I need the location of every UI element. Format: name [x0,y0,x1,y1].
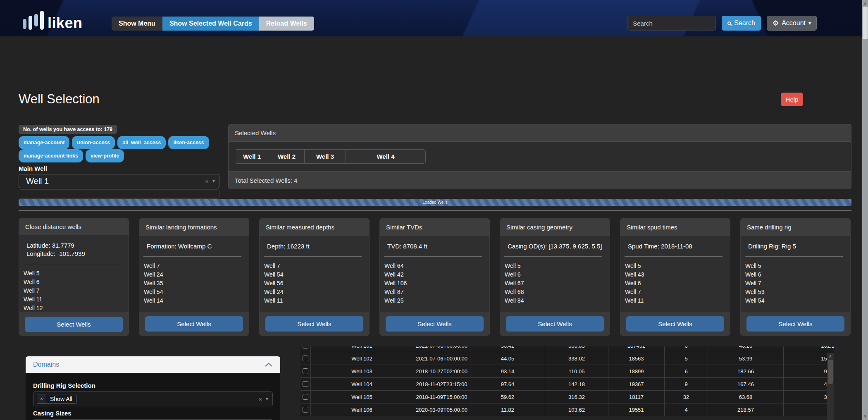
table-scrollbar-thumb[interactable] [828,360,833,384]
main-well-extra-box [19,189,219,199]
domains-panel: Domains Drilling Rig Selection × Show Al… [26,356,280,420]
main-well-select[interactable]: Well 1 × ▾ [19,174,219,188]
wells-table-rows: Well 101 2021-07-06T00:00:00 56.42 366.8… [300,346,834,416]
cell-well-name: Well 105 [310,391,413,403]
card-well-list: Well 64Well 42Well 106Well 87Well 25 [380,262,489,305]
search-button[interactable]: Search [722,16,761,31]
tag-remove-icon[interactable]: × [37,394,46,403]
select-wells-button[interactable]: Select Wells [746,316,844,332]
logo-bars-icon [23,8,44,30]
brand-logo[interactable]: liken [23,6,83,30]
drilling-rig-select[interactable]: × Show All × ▾ [33,391,273,406]
similarity-cards-row: Close distance wells Latitude: 31.7779Lo… [19,218,851,336]
select-wells-button[interactable]: Select Wells [25,317,123,332]
chevron-up-icon [265,363,273,367]
cell-value-6: 91.8 [783,403,834,416]
card-similar-spud-times: Similar spud times Spud Time: 2018-11-08… [620,218,730,336]
scroll-down-icon[interactable]: ∨ [862,413,868,419]
show-all-tag: × Show All [37,394,76,404]
section-divider [19,210,851,211]
card-info-line: Drilling Rig: Rig 5 [748,242,843,251]
card-well-list: Well 5Well 43Well 6Well 7Well 11 [620,262,730,305]
table-row: Well 103 2018-10-27T02:00:00 93.14 110.0… [300,365,834,378]
well-list-item: Well 7 [24,286,129,295]
wells-table: Well 101 2021-07-06T00:00:00 56.42 366.8… [300,346,834,420]
show-selected-well-cards-button[interactable]: Show Selected Well Cards [162,17,259,31]
reload-wells-button[interactable]: Reload Wells [259,17,314,31]
card-divider [625,256,723,257]
well-list-item: Well 53 [745,288,850,296]
select-wells-button[interactable]: Select Wells [145,316,243,332]
scroll-up-icon[interactable]: ∧ [862,0,868,6]
card-similar-landing-formations: Similar landing formations Formation: Wo… [139,218,249,336]
card-well-list: Well 7Well 24Well 35Well 54Well 14 [139,262,249,305]
select-wells-button[interactable]: Select Wells [386,316,484,332]
clear-icon[interactable]: × [205,178,209,185]
row-checkbox[interactable] [303,407,308,413]
navbar: liken Show Menu Show Selected Well Cards… [0,0,868,36]
row-checkbox[interactable] [303,394,308,400]
select-wells-button[interactable]: Select Wells [265,316,363,332]
well-list-item: Well 5 [745,262,850,270]
chevron-down-icon[interactable]: ▾ [266,396,268,402]
cell-value-5: 46.26 [708,346,783,352]
cell-value-2: 103.62 [545,403,608,416]
card-info: Latitude: 31.7779Longitude: -101.7939 [19,241,129,258]
page-scrollbar-thumb[interactable] [863,7,868,39]
cell-value-6: 96.25 [783,365,834,377]
search-input[interactable] [627,16,716,31]
selected-wells-header: Selected Wells [229,124,851,142]
cell-date: 2021-07-06T00:00:00 [413,346,470,352]
progress-label: Loaded Wells [422,200,447,205]
select-wells-button[interactable]: Select Wells [626,316,724,332]
selected-well-button[interactable]: Well 1 [235,150,269,163]
help-button[interactable]: Help [781,93,803,106]
card-divider [264,256,362,257]
well-list-item: Well 25 [384,296,489,305]
well-list-item: Well 67 [505,279,610,288]
row-checkbox[interactable] [303,346,308,348]
well-list-item: Well 6 [24,278,129,286]
well-list-item: Well 106 [384,279,489,288]
card-info-line: Casing OD(s): [13.375, 9.625, 5.5] [508,242,602,251]
table-scrollbar[interactable]: ∧ [827,353,834,420]
account-button[interactable]: ⚙ Account ▾ [767,16,817,31]
cell-value-4: 4 [664,403,708,416]
page-scrollbar[interactable]: ∧ ∨ [862,0,868,420]
well-list-item: Well 11 [24,295,129,304]
cell-value-5: 63.68 [708,391,783,403]
table-row: Well 102 2021-07-06T00:00:00 44.05 338.0… [300,352,834,365]
gear-icon: ⚙ [773,20,779,27]
cell-value-3: 19551 [608,403,664,416]
cell-value-1: 11.82 [470,403,545,416]
cell-date: 2020-03-09T05:00:00 [413,403,470,416]
cell-value-3: 18899 [608,365,664,377]
row-checkbox[interactable] [303,356,308,361]
casing-sizes-label: Casing Sizes [33,410,273,417]
row-checkbox[interactable] [303,381,308,387]
role-badge: all_well_access [117,136,166,149]
select-wells-button[interactable]: Select Wells [506,316,604,332]
table-row: Well 104 2018-11-02T23:15:00 97.64 142.1… [300,378,834,391]
card-title: Same drilling rig [741,219,850,236]
cell-value-2: 316.32 [545,391,608,403]
scroll-up-icon[interactable]: ∧ [827,354,834,358]
show-menu-button[interactable]: Show Menu [112,17,162,31]
cell-value-6: 37.68 [783,391,834,403]
selected-well-button[interactable]: Well 4 [346,150,425,163]
cell-well-name: Well 101 [310,346,413,352]
row-checkbox[interactable] [303,368,308,374]
selected-well-button[interactable]: Well 3 [305,150,346,163]
well-list-item: Well 5 [625,262,730,270]
cell-value-4: 6 [664,365,708,377]
card-title: Similar measured depths [260,219,369,236]
domains-header[interactable]: Domains [26,356,280,373]
chevron-down-icon[interactable]: ▾ [212,178,215,184]
card-similar-measured-depths: Similar measured depths Depth: 16223 ft … [259,218,370,336]
role-badge: manage-account [19,136,69,149]
well-list-item: Well 87 [384,288,489,296]
cell-date: 2018-11-02T23:15:00 [413,378,470,390]
clear-icon[interactable]: × [258,396,262,403]
selected-well-button[interactable]: Well 2 [269,150,305,163]
table-row: Well 105 2018-11-09T15:00:00 59.62 316.3… [300,391,834,403]
